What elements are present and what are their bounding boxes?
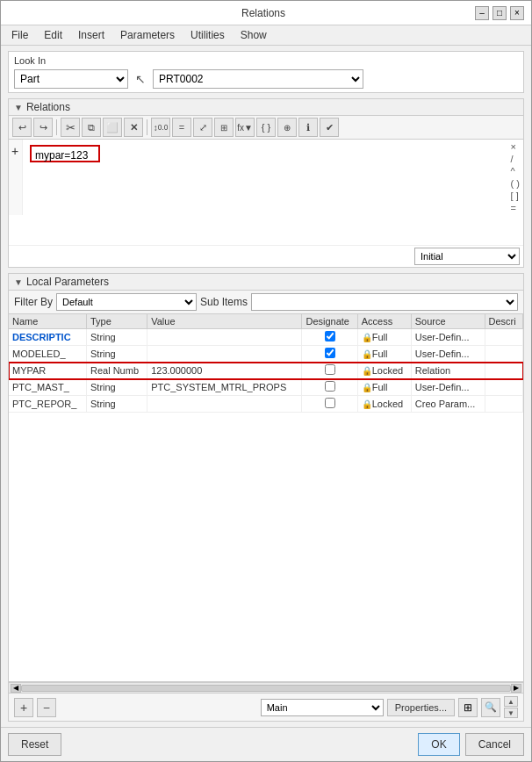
menu-file[interactable]: File [4,27,35,43]
editor-line-1: mypar=123 [26,143,504,164]
look-in-label: Look In [14,55,518,66]
cell-source: Relation [411,363,485,379]
paste-button[interactable]: ⬜ [103,118,122,137]
cell-source: User-Defin... [411,329,485,346]
sym-eq[interactable]: = [511,203,516,213]
equals-button[interactable]: = [172,118,191,137]
delete-button[interactable]: ✕ [124,118,143,137]
table-row[interactable]: PTC_MAST_ String PTC_SYSTEM_MTRL_PROPS 🔒… [9,379,523,396]
fx-button[interactable]: fx▼ [235,118,255,137]
cell-value [147,329,302,346]
close-button[interactable]: × [510,6,524,20]
cell-type: String [86,396,147,413]
scroll-right[interactable]: ▶ [511,684,521,693]
insert-param-button[interactable]: ⊞ [214,118,234,137]
table-row[interactable]: DESCRIPTIC String 🔒Full User-Defin... [9,329,523,346]
col-designate: Designate [302,314,357,329]
local-params-header: ▼ Local Parameters [9,274,523,291]
relations-collapse-arrow[interactable]: ▼ [14,103,23,112]
expand-button[interactable]: ⤢ [193,118,212,137]
footer-main-select[interactable]: Main Alternate [261,699,384,716]
relations-label: Relations [26,101,70,113]
minimize-button[interactable]: – [475,6,489,20]
cell-designate[interactable] [302,363,357,379]
reset-button[interactable]: Reset [8,733,61,756]
relations-window: Relations – □ × File Edit Insert Paramet… [0,0,532,762]
table-row[interactable]: MODELED_ String 🔒Full User-Defin... [9,346,523,363]
sep2 [147,119,147,135]
cell-designate[interactable] [302,329,357,346]
sub-items-select[interactable] [251,293,518,311]
cell-type: Real Numb [86,363,147,379]
sym-pow[interactable]: ^ [511,166,515,176]
look-in-group: Look In Part Assembly Feature ↖ PRT0002 [8,51,524,93]
scroll-track[interactable] [21,685,511,692]
cell-desc [485,363,522,379]
filter-row: Filter By Default All Modified Sub Items [9,291,523,314]
cell-desc [485,379,522,396]
editor-area: + mypar=123 × / [9,140,523,245]
cell-desc [485,346,522,363]
sym-brackets[interactable]: [ ] [511,190,519,201]
properties-button[interactable]: Properties... [387,699,455,716]
verify-button[interactable]: ⊕ [277,118,297,137]
sym-parens[interactable]: ( ) [511,178,520,189]
sym-mult[interactable]: × [511,141,516,152]
menu-edit[interactable]: Edit [37,27,69,43]
local-params-collapse-arrow[interactable]: ▼ [14,277,23,287]
sym-row-2: / [511,154,520,164]
cell-designate[interactable] [302,396,357,413]
check-button[interactable]: ✔ [320,118,339,137]
initial-select[interactable]: Initial Final [414,248,520,265]
cell-value: 123.000000 [147,363,302,379]
cell-access: 🔒Full [357,379,411,396]
add-row-button[interactable]: + [14,698,33,717]
cell-source: Creo Param... [411,396,485,413]
cell-type: String [86,329,147,346]
title-controls: – □ × [475,6,524,20]
table-row-mypar[interactable]: MYPAR Real Numb 123.000000 🔒Locked Relat… [9,363,523,379]
cell-value [147,346,302,363]
scroll-left[interactable]: ◀ [11,684,21,693]
ok-button[interactable]: OK [418,733,459,756]
horizontal-scrollbar[interactable]: ◀ ▶ [9,682,523,693]
cell-designate[interactable] [302,346,357,363]
col-desc: Descri [485,314,522,329]
cell-name: PTC_MAST_ [9,379,86,396]
menu-utilities[interactable]: Utilities [183,27,232,43]
table-row[interactable]: PTC_REPOR_ String 🔒Locked Creo Param... [9,396,523,413]
sym-row-1: × [511,141,520,152]
redo-button[interactable]: ↪ [33,118,53,137]
menu-parameters[interactable]: Parameters [113,27,182,43]
look-in-prt-select[interactable]: PRT0002 [153,69,363,89]
filter-select[interactable]: Default All Modified [56,293,197,311]
maximize-button[interactable]: □ [492,6,507,20]
undo-button[interactable]: ↩ [12,118,32,137]
cell-value [147,396,302,413]
remove-row-button[interactable]: – [37,698,56,717]
cell-access: 🔒Full [357,329,411,346]
cell-designate[interactable] [302,379,357,396]
grid-view-button[interactable]: ⊞ [458,698,478,717]
cell-access: 🔒Locked [357,396,411,413]
col-access: Access [357,314,411,329]
find-button[interactable]: 🔍 [481,698,500,717]
cancel-button[interactable]: Cancel [465,733,524,756]
sub-items-label: Sub Items [200,296,248,308]
sort-button[interactable]: ↕0.0 [151,118,170,137]
sym-div[interactable]: / [511,154,514,164]
copy-button[interactable]: ⧉ [82,118,101,137]
bracket-button[interactable]: { } [256,118,276,137]
window-title: Relations [52,7,475,19]
scroll-down-button[interactable]: ▼ [504,708,518,718]
cell-name: DESCRIPTIC [9,329,86,346]
info-button[interactable]: ℹ [298,118,318,137]
sym-row-3: ^ [511,166,520,176]
scroll-up-button[interactable]: ▲ [504,696,518,707]
look-in-part-select[interactable]: Part Assembly Feature [14,69,128,89]
relation-input[interactable]: mypar=123 [30,145,100,162]
menu-show[interactable]: Show [234,27,274,43]
cell-value: PTC_SYSTEM_MTRL_PROPS [147,379,302,396]
menu-insert[interactable]: Insert [71,27,111,43]
cut-button[interactable]: ✂ [61,118,80,137]
